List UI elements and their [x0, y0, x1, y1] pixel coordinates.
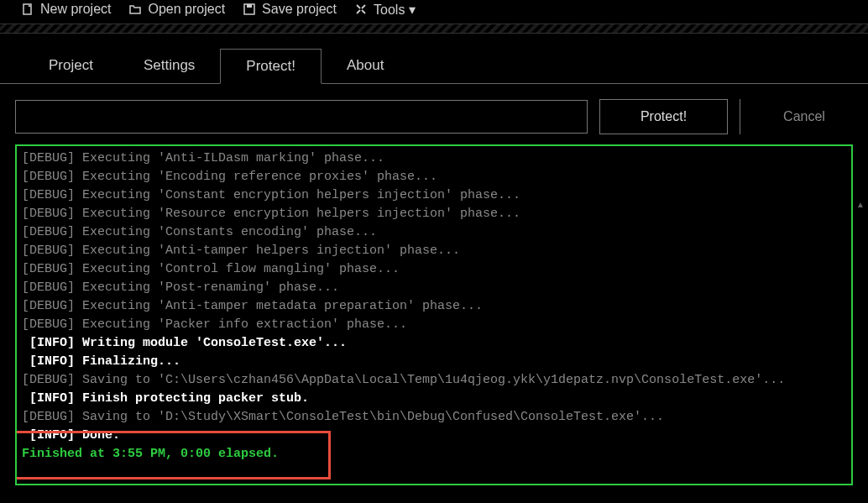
action-row: Protect! Cancel: [0, 84, 868, 144]
log-line: [DEBUG] Executing 'Anti-ILDasm marking' …: [22, 149, 846, 168]
log-line: [INFO] Writing module 'ConsoleTest.exe'.…: [22, 334, 846, 353]
log-line: [DEBUG] Executing 'Post-renaming' phase.…: [22, 279, 846, 297]
new-project-label: New project: [40, 2, 111, 17]
log-line: [DEBUG] Executing 'Anti-tamper metadata …: [22, 297, 846, 316]
cancel-button[interactable]: Cancel: [740, 99, 868, 134]
separator: [0, 24, 868, 34]
tab-protect[interactable]: Protect!: [220, 49, 322, 84]
open-project-label: Open project: [148, 2, 225, 17]
open-project-icon: [128, 2, 143, 17]
log-line: [DEBUG] Saving to 'D:\Study\XSmart\Conso…: [22, 408, 846, 427]
tab-settings[interactable]: Settings: [118, 49, 220, 83]
log-line: [DEBUG] Executing 'Control flow mangling…: [22, 260, 846, 279]
svg-rect-2: [247, 4, 252, 8]
new-project-button[interactable]: New project: [15, 0, 116, 18]
log-line: Finished at 3:55 PM, 0:00 elapsed.: [22, 445, 846, 464]
log-line: [DEBUG] Executing 'Packer info extractio…: [22, 316, 846, 334]
save-project-label: Save project: [262, 2, 337, 17]
scrollbar[interactable]: ▲: [853, 196, 868, 485]
open-project-button[interactable]: Open project: [123, 0, 230, 18]
save-project-icon: [242, 2, 257, 17]
scroll-up-arrow[interactable]: ▲: [853, 196, 868, 212]
progress-bar: [15, 100, 588, 134]
log-line: [INFO] Done.: [22, 427, 846, 445]
tabs: Project Settings Protect! About: [0, 49, 868, 83]
toolbar: New project Open project Save project To…: [0, 0, 868, 24]
new-project-icon: [20, 2, 35, 17]
log-line: [DEBUG] Saving to 'C:\Users\czhan456\App…: [22, 371, 846, 390]
save-project-button[interactable]: Save project: [237, 0, 342, 18]
log-line: [DEBUG] Executing 'Resource encryption h…: [22, 205, 846, 223]
tools-label: Tools ▾: [374, 2, 416, 18]
log-line: [DEBUG] Executing 'Constants encoding' p…: [22, 223, 846, 242]
log-line: [INFO] Finish protecting packer stub.: [22, 390, 846, 408]
tab-project[interactable]: Project: [24, 49, 118, 83]
tools-icon: [353, 2, 369, 17]
log-line: [DEBUG] Executing 'Encoding reference pr…: [22, 168, 846, 186]
log-line: [DEBUG] Executing 'Constant encryption h…: [22, 186, 846, 205]
tools-dropdown[interactable]: Tools ▾: [348, 0, 421, 19]
log-line: [INFO] Finalizing...: [22, 353, 846, 371]
protect-button[interactable]: Protect!: [599, 99, 728, 134]
tab-about[interactable]: About: [322, 49, 409, 83]
console-output: [DEBUG] Executing 'Anti-ILDasm marking' …: [15, 144, 853, 485]
log-line: [DEBUG] Executing 'Anti-tamper helpers i…: [22, 242, 846, 260]
